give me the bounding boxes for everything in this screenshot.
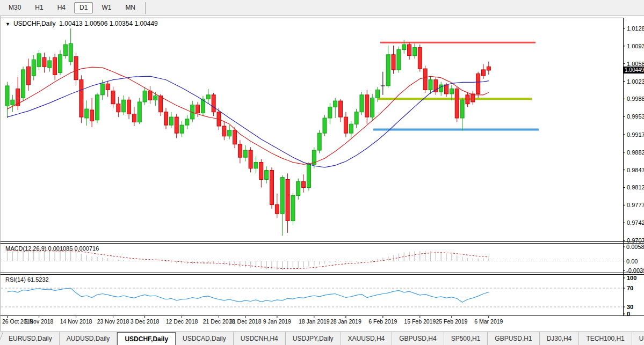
bull-candle <box>59 55 62 73</box>
price-axis-label: 1.00230 <box>627 78 644 85</box>
date-axis-label: 14 Nov 2018 <box>60 318 92 325</box>
date-axis-label: 25 Feb 2019 <box>436 318 467 325</box>
chart-background <box>0 16 644 332</box>
price-axis-label: 1.01280 <box>627 25 644 32</box>
price-axis-label: 0.98820 <box>627 149 644 156</box>
symbol-tab-usdjpy-daily[interactable]: USDJPY,Daily <box>286 332 341 345</box>
date-axis-label: 5 Nov 2018 <box>25 318 54 325</box>
bull-candle <box>138 102 141 122</box>
bull-candle <box>386 55 390 86</box>
bull-candle <box>243 150 247 157</box>
date-axis-label: 18 Jan 2019 <box>299 318 330 325</box>
chart-title: ▼USDCHF,Daily 1.00413 1.00506 1.00354 1.… <box>5 20 158 27</box>
symbol-tab-usdchf-daily[interactable]: USDCHF,Daily <box>117 332 176 345</box>
rsi-indicator-label: RSI(14) 61.5232 <box>5 276 49 283</box>
symbol-tab-gbpusd-h1[interactable]: GBPUSD,H1 <box>488 332 539 345</box>
bear-candle <box>53 57 57 75</box>
symbol-tab-usdcad-daily[interactable]: USDCAD,Daily <box>176 332 234 345</box>
bull-candle <box>328 107 332 118</box>
bear-candle <box>249 150 252 168</box>
bear-candle <box>476 74 480 94</box>
bear-candle <box>74 57 78 80</box>
bear-candle <box>212 95 215 112</box>
bear-candle <box>159 96 163 112</box>
price-axis-label: 0.99170 <box>627 131 644 138</box>
bear-candle <box>365 95 369 117</box>
bull-candle <box>100 84 104 95</box>
symbol-tab-tech100-h1[interactable]: TECH100,H1 <box>579 332 632 345</box>
symbol-tab-ukoil[interactable]: UKOil, <box>632 332 644 345</box>
bull-candle <box>397 49 401 70</box>
timeframe-button-w1[interactable]: W1 <box>96 2 117 13</box>
symbol-tab-usdcnh-h4[interactable]: USDCNH,H4 <box>234 332 286 345</box>
current-price-badge: 1.00449 <box>624 67 644 74</box>
symbol-tab-sp500-h1[interactable]: SP500,H1 <box>444 332 488 345</box>
symbol-tab-gbpusd-h4[interactable]: GBPUSD,H4 <box>392 332 444 345</box>
timeframe-button-h1[interactable]: H1 <box>30 2 48 13</box>
rsi-axis-label: 70 <box>627 285 633 291</box>
date-axis-label: 15 Feb 2019 <box>404 318 436 325</box>
bull-candle <box>122 100 126 112</box>
bear-candle <box>238 144 242 157</box>
bear-candle <box>164 112 168 125</box>
symbol-tab-audusd-daily[interactable]: AUDUSD,Daily <box>60 332 118 345</box>
bear-candle <box>286 179 290 221</box>
bear-candle <box>482 70 486 76</box>
date-axis-label: 6 Mar 2019 <box>474 318 503 325</box>
timeframe-button-d1[interactable]: D1 <box>74 2 93 13</box>
bear-candle <box>270 171 274 205</box>
rsi-axis-label: 30 <box>627 304 633 310</box>
symbol-tab-eurusd-daily[interactable]: EURUSD,Daily <box>2 332 60 345</box>
bear-candle <box>111 91 115 104</box>
price-axis-label: 0.98470 <box>627 167 644 173</box>
bull-candle <box>228 130 231 136</box>
bull-candle <box>143 91 147 102</box>
chart-ohlc-values: 1.00413 1.00506 1.00354 1.00449 <box>59 20 158 27</box>
bear-candle <box>132 114 136 122</box>
bear-candle <box>466 95 469 104</box>
bear-candle <box>275 204 279 214</box>
bear-candle <box>339 101 343 117</box>
chart-symbol-label: USDCHF,Daily <box>13 20 56 27</box>
bull-candle <box>85 109 89 118</box>
macd-axis-label: 0.005802 <box>626 244 644 250</box>
bull-candle <box>21 70 25 98</box>
price-axis-label: 0.99530 <box>627 113 644 120</box>
chart-canvas[interactable]: 1.012801.009301.005801.002300.998800.995… <box>0 16 644 332</box>
date-axis-label: 9 Jan 2019 <box>263 318 291 325</box>
bull-candle <box>429 80 432 90</box>
bear-candle <box>487 67 490 70</box>
bull-candle <box>413 48 416 56</box>
bull-candle <box>349 124 353 133</box>
bull-candle <box>439 85 443 92</box>
timeframe-button-h4[interactable]: H4 <box>52 2 71 13</box>
bear-candle <box>423 69 427 90</box>
symbol-tab-dj30-h4[interactable]: DJ30,H4 <box>540 332 580 345</box>
symbol-tab-xauusd-h4[interactable]: XAUUSD,H4 <box>341 332 393 345</box>
bull-candle <box>11 100 15 105</box>
price-axis-label: 1.00580 <box>627 61 644 67</box>
chart-dropdown-icon[interactable]: ▼ <box>5 21 10 27</box>
bear-candle <box>175 117 178 133</box>
bull-candle <box>185 119 189 125</box>
bull-candle <box>95 95 99 120</box>
bull-candle <box>317 133 321 150</box>
bear-candle <box>302 181 306 187</box>
date-axis-label: 31 Dec 2018 <box>229 318 262 325</box>
timeframe-button-mn[interactable]: MN <box>120 2 141 13</box>
price-axis-label: 1.00930 <box>627 43 644 49</box>
date-axis-label: 6 Feb 2019 <box>368 318 397 325</box>
bull-candle <box>5 86 9 106</box>
price-axis-label: 0.97070 <box>627 237 644 244</box>
bear-candle <box>408 45 411 56</box>
bull-candle <box>154 96 157 100</box>
bull-candle <box>32 60 35 76</box>
macd-axis-label: -0.003945 <box>626 267 644 274</box>
date-axis-label: 28 Jan 2019 <box>330 318 361 325</box>
bull-candle <box>69 43 73 62</box>
bull-candle <box>48 61 52 68</box>
timeframe-button-m30[interactable]: M30 <box>3 2 26 13</box>
bull-candle <box>371 98 374 117</box>
bear-candle <box>418 48 422 69</box>
bear-candle <box>259 163 263 180</box>
